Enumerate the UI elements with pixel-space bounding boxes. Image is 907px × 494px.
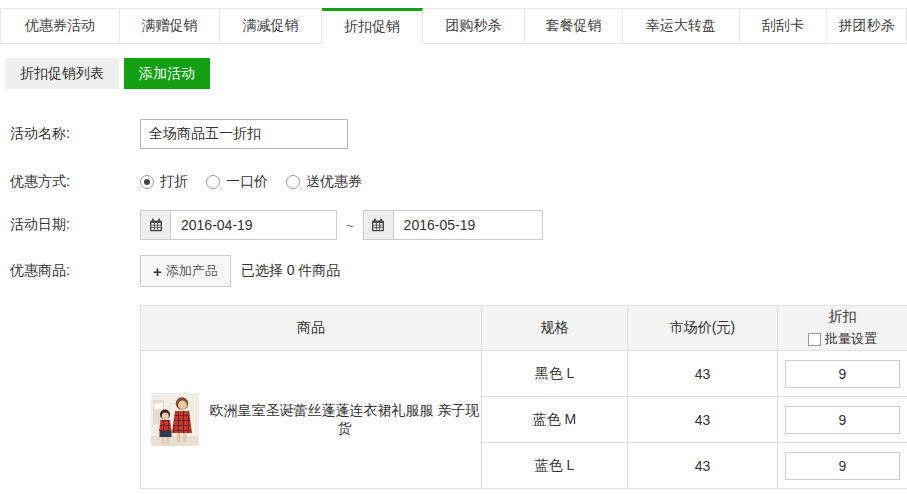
tab-group-seckill[interactable]: 团购秒杀: [423, 8, 525, 44]
discount-subtabs: 折扣促销列表 添加活动: [5, 58, 907, 89]
table-row: 欧洲皇室圣诞蕾丝蓬蓬连衣裙礼服服 亲子现货 黑色 L 43: [141, 351, 907, 397]
date-range-separator: ~: [346, 218, 354, 233]
spec-cell: 蓝色 L: [482, 443, 628, 489]
discount-method-label: 优惠方式:: [0, 173, 140, 191]
discount-input[interactable]: [785, 360, 900, 388]
radio-option-give-coupon[interactable]: 送优惠券: [286, 173, 362, 191]
activity-name-row: 活动名称:: [0, 119, 907, 149]
product-cell: 欧洲皇室圣诞蕾丝蓬蓬连衣裙礼服服 亲子现货: [141, 351, 482, 489]
price-cell: 43: [628, 443, 778, 489]
selected-count-text: 已选择 0 件商品: [241, 262, 341, 280]
activity-date-label: 活动日期:: [0, 216, 140, 234]
discount-cell: [778, 443, 907, 489]
subtab-add-activity[interactable]: 添加活动: [124, 58, 210, 89]
add-product-button-label: 添加产品: [166, 262, 218, 280]
col-header-price: 市场价(元): [628, 306, 778, 351]
discount-cell: [778, 351, 907, 397]
spec-cell: 蓝色 M: [482, 397, 628, 443]
calendar-icon[interactable]: [141, 211, 171, 239]
tab-full-gift-promo[interactable]: 满赠促销: [120, 8, 220, 44]
batch-set-checkbox[interactable]: [808, 333, 821, 346]
tab-full-reduction-promo[interactable]: 满减促销: [220, 8, 322, 44]
radio-option-dazhe[interactable]: 打折: [140, 173, 188, 191]
date-start-value[interactable]: 2016-04-19: [171, 211, 263, 239]
radio-option-fixed-price[interactable]: 一口价: [206, 173, 268, 191]
discount-header-label: 折扣: [829, 308, 857, 326]
radio-label-give-coupon: 送优惠券: [306, 173, 362, 191]
product-image: [151, 393, 199, 446]
discount-input[interactable]: [785, 406, 900, 434]
discount-products-label: 优惠商品:: [0, 262, 140, 280]
tab-discount-promo[interactable]: 折扣促销: [322, 8, 423, 44]
promotion-tabbar: 优惠券活动 满赠促销 满减促销 折扣促销 团购秒杀 套餐促销 幸运大转盘 刮刮卡…: [0, 8, 907, 44]
add-activity-form: 活动名称: 优惠方式: 打折 一口价 送优惠券 活动日期:: [0, 119, 907, 489]
subtab-discount-list[interactable]: 折扣促销列表: [5, 58, 119, 89]
discount-input[interactable]: [785, 452, 900, 480]
discount-method-row: 优惠方式: 打折 一口价 送优惠券: [0, 173, 907, 191]
calendar-icon[interactable]: [364, 211, 394, 239]
date-end-field[interactable]: 2016-05-19: [363, 210, 543, 240]
batch-set-label: 批量设置: [825, 330, 877, 348]
tab-coupon-activity[interactable]: 优惠券活动: [0, 8, 120, 44]
price-cell: 43: [628, 351, 778, 397]
col-header-product: 商品: [141, 306, 482, 351]
col-header-spec: 规格: [482, 306, 628, 351]
tab-package-promo[interactable]: 套餐促销: [525, 8, 623, 44]
tab-scratch-card[interactable]: 刮刮卡: [740, 8, 827, 44]
tab-pintuan-seckill[interactable]: 拼团秒杀: [827, 8, 907, 44]
radio-icon-give-coupon[interactable]: [286, 175, 300, 189]
date-end-value[interactable]: 2016-05-19: [394, 211, 486, 239]
spec-cell: 黑色 L: [482, 351, 628, 397]
activity-date-row: 活动日期: 2016-04-19 ~: [0, 210, 907, 240]
price-cell: 43: [628, 397, 778, 443]
discount-products-table: 商品 规格 市场价(元) 折扣 批量设置: [140, 305, 907, 489]
product-title: 欧洲皇室圣诞蕾丝蓬蓬连衣裙礼服服 亲子现货: [208, 402, 481, 438]
col-header-discount: 折扣 批量设置: [778, 306, 907, 351]
tab-lucky-wheel[interactable]: 幸运大转盘: [623, 8, 740, 44]
discount-cell: [778, 397, 907, 443]
discount-products-row: 优惠商品: + 添加产品 已选择 0 件商品: [0, 255, 907, 287]
radio-icon-dazhe[interactable]: [140, 175, 154, 189]
add-product-button[interactable]: + 添加产品: [140, 255, 231, 287]
radio-icon-fixed-price[interactable]: [206, 175, 220, 189]
plus-icon: +: [153, 263, 162, 280]
radio-label-dazhe: 打折: [160, 173, 188, 191]
table-header-row: 商品 规格 市场价(元) 折扣 批量设置: [141, 306, 907, 351]
discount-method-options: 打折 一口价 送优惠券: [140, 173, 362, 191]
activity-name-input[interactable]: [140, 119, 348, 149]
activity-name-label: 活动名称:: [0, 125, 140, 143]
date-start-field[interactable]: 2016-04-19: [140, 210, 337, 240]
radio-label-fixed-price: 一口价: [226, 173, 268, 191]
